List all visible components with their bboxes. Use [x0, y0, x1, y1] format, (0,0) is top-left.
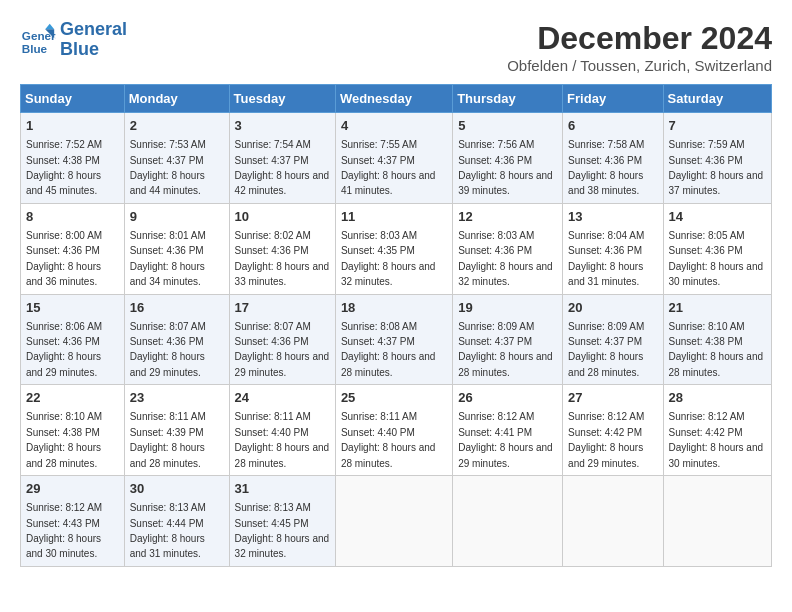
day-number: 27 [568, 389, 657, 407]
day-info: Sunrise: 8:11 AMSunset: 4:39 PMDaylight:… [130, 411, 206, 468]
day-number: 6 [568, 117, 657, 135]
calendar-cell: 18 Sunrise: 8:08 AMSunset: 4:37 PMDaylig… [335, 294, 452, 385]
day-number: 17 [235, 299, 330, 317]
day-number: 5 [458, 117, 557, 135]
calendar-cell: 28 Sunrise: 8:12 AMSunset: 4:42 PMDaylig… [663, 385, 771, 476]
day-info: Sunrise: 8:01 AMSunset: 4:36 PMDaylight:… [130, 230, 206, 287]
calendar-cell: 4 Sunrise: 7:55 AMSunset: 4:37 PMDayligh… [335, 113, 452, 204]
day-number: 26 [458, 389, 557, 407]
calendar-cell: 26 Sunrise: 8:12 AMSunset: 4:41 PMDaylig… [453, 385, 563, 476]
weekday-header-sunday: Sunday [21, 85, 125, 113]
day-info: Sunrise: 8:07 AMSunset: 4:36 PMDaylight:… [235, 321, 330, 378]
day-info: Sunrise: 8:12 AMSunset: 4:42 PMDaylight:… [669, 411, 764, 468]
calendar-week-row: 22 Sunrise: 8:10 AMSunset: 4:38 PMDaylig… [21, 385, 772, 476]
month-title: December 2024 [507, 20, 772, 57]
calendar-week-row: 29 Sunrise: 8:12 AMSunset: 4:43 PMDaylig… [21, 476, 772, 567]
weekday-header-wednesday: Wednesday [335, 85, 452, 113]
calendar-table: SundayMondayTuesdayWednesdayThursdayFrid… [20, 84, 772, 567]
day-number: 18 [341, 299, 447, 317]
calendar-cell: 9 Sunrise: 8:01 AMSunset: 4:36 PMDayligh… [124, 203, 229, 294]
day-info: Sunrise: 8:10 AMSunset: 4:38 PMDaylight:… [26, 411, 102, 468]
calendar-cell [663, 476, 771, 567]
calendar-cell: 5 Sunrise: 7:56 AMSunset: 4:36 PMDayligh… [453, 113, 563, 204]
calendar-cell: 22 Sunrise: 8:10 AMSunset: 4:38 PMDaylig… [21, 385, 125, 476]
calendar-cell: 1 Sunrise: 7:52 AMSunset: 4:38 PMDayligh… [21, 113, 125, 204]
day-info: Sunrise: 8:03 AMSunset: 4:35 PMDaylight:… [341, 230, 436, 287]
day-number: 4 [341, 117, 447, 135]
day-info: Sunrise: 8:11 AMSunset: 4:40 PMDaylight:… [341, 411, 436, 468]
day-number: 13 [568, 208, 657, 226]
logo-text-line1: General [60, 20, 127, 40]
calendar-cell: 7 Sunrise: 7:59 AMSunset: 4:36 PMDayligh… [663, 113, 771, 204]
calendar-cell: 20 Sunrise: 8:09 AMSunset: 4:37 PMDaylig… [563, 294, 663, 385]
day-number: 15 [26, 299, 119, 317]
calendar-cell: 17 Sunrise: 8:07 AMSunset: 4:36 PMDaylig… [229, 294, 335, 385]
day-number: 16 [130, 299, 224, 317]
day-number: 12 [458, 208, 557, 226]
day-info: Sunrise: 8:13 AMSunset: 4:44 PMDaylight:… [130, 502, 206, 559]
page-header: General Blue General Blue December 2024 … [20, 20, 772, 74]
weekday-header-thursday: Thursday [453, 85, 563, 113]
title-block: December 2024 Obfelden / Toussen, Zurich… [507, 20, 772, 74]
day-number: 11 [341, 208, 447, 226]
day-number: 30 [130, 480, 224, 498]
calendar-cell [563, 476, 663, 567]
day-number: 19 [458, 299, 557, 317]
calendar-week-row: 15 Sunrise: 8:06 AMSunset: 4:36 PMDaylig… [21, 294, 772, 385]
day-number: 9 [130, 208, 224, 226]
calendar-cell: 29 Sunrise: 8:12 AMSunset: 4:43 PMDaylig… [21, 476, 125, 567]
logo-icon: General Blue [20, 22, 56, 58]
day-info: Sunrise: 8:11 AMSunset: 4:40 PMDaylight:… [235, 411, 330, 468]
weekday-header-tuesday: Tuesday [229, 85, 335, 113]
day-info: Sunrise: 8:12 AMSunset: 4:42 PMDaylight:… [568, 411, 644, 468]
calendar-cell: 16 Sunrise: 8:07 AMSunset: 4:36 PMDaylig… [124, 294, 229, 385]
day-number: 31 [235, 480, 330, 498]
calendar-cell [453, 476, 563, 567]
calendar-cell: 10 Sunrise: 8:02 AMSunset: 4:36 PMDaylig… [229, 203, 335, 294]
calendar-cell: 23 Sunrise: 8:11 AMSunset: 4:39 PMDaylig… [124, 385, 229, 476]
day-number: 22 [26, 389, 119, 407]
day-info: Sunrise: 8:00 AMSunset: 4:36 PMDaylight:… [26, 230, 102, 287]
day-info: Sunrise: 7:52 AMSunset: 4:38 PMDaylight:… [26, 139, 102, 196]
day-info: Sunrise: 8:03 AMSunset: 4:36 PMDaylight:… [458, 230, 553, 287]
svg-text:Blue: Blue [22, 41, 48, 54]
day-number: 23 [130, 389, 224, 407]
logo-text-line2: Blue [60, 40, 127, 60]
day-info: Sunrise: 8:10 AMSunset: 4:38 PMDaylight:… [669, 321, 764, 378]
day-number: 20 [568, 299, 657, 317]
day-info: Sunrise: 8:12 AMSunset: 4:43 PMDaylight:… [26, 502, 102, 559]
day-info: Sunrise: 8:13 AMSunset: 4:45 PMDaylight:… [235, 502, 330, 559]
calendar-cell: 25 Sunrise: 8:11 AMSunset: 4:40 PMDaylig… [335, 385, 452, 476]
calendar-cell: 14 Sunrise: 8:05 AMSunset: 4:36 PMDaylig… [663, 203, 771, 294]
location-subtitle: Obfelden / Toussen, Zurich, Switzerland [507, 57, 772, 74]
calendar-cell: 6 Sunrise: 7:58 AMSunset: 4:36 PMDayligh… [563, 113, 663, 204]
calendar-cell: 24 Sunrise: 8:11 AMSunset: 4:40 PMDaylig… [229, 385, 335, 476]
calendar-cell: 30 Sunrise: 8:13 AMSunset: 4:44 PMDaylig… [124, 476, 229, 567]
svg-marker-2 [45, 24, 54, 29]
day-info: Sunrise: 8:02 AMSunset: 4:36 PMDaylight:… [235, 230, 330, 287]
day-number: 25 [341, 389, 447, 407]
logo: General Blue General Blue [20, 20, 127, 60]
calendar-cell: 27 Sunrise: 8:12 AMSunset: 4:42 PMDaylig… [563, 385, 663, 476]
calendar-cell: 15 Sunrise: 8:06 AMSunset: 4:36 PMDaylig… [21, 294, 125, 385]
day-number: 14 [669, 208, 766, 226]
calendar-cell: 12 Sunrise: 8:03 AMSunset: 4:36 PMDaylig… [453, 203, 563, 294]
calendar-cell: 21 Sunrise: 8:10 AMSunset: 4:38 PMDaylig… [663, 294, 771, 385]
day-info: Sunrise: 8:07 AMSunset: 4:36 PMDaylight:… [130, 321, 206, 378]
day-info: Sunrise: 8:04 AMSunset: 4:36 PMDaylight:… [568, 230, 644, 287]
day-info: Sunrise: 7:53 AMSunset: 4:37 PMDaylight:… [130, 139, 206, 196]
day-info: Sunrise: 8:09 AMSunset: 4:37 PMDaylight:… [458, 321, 553, 378]
calendar-cell: 11 Sunrise: 8:03 AMSunset: 4:35 PMDaylig… [335, 203, 452, 294]
calendar-cell: 2 Sunrise: 7:53 AMSunset: 4:37 PMDayligh… [124, 113, 229, 204]
weekday-header-monday: Monday [124, 85, 229, 113]
day-info: Sunrise: 8:12 AMSunset: 4:41 PMDaylight:… [458, 411, 553, 468]
day-info: Sunrise: 8:05 AMSunset: 4:36 PMDaylight:… [669, 230, 764, 287]
day-number: 2 [130, 117, 224, 135]
calendar-cell: 3 Sunrise: 7:54 AMSunset: 4:37 PMDayligh… [229, 113, 335, 204]
day-info: Sunrise: 8:06 AMSunset: 4:36 PMDaylight:… [26, 321, 102, 378]
day-info: Sunrise: 8:09 AMSunset: 4:37 PMDaylight:… [568, 321, 644, 378]
day-number: 21 [669, 299, 766, 317]
day-number: 8 [26, 208, 119, 226]
day-number: 10 [235, 208, 330, 226]
calendar-cell: 8 Sunrise: 8:00 AMSunset: 4:36 PMDayligh… [21, 203, 125, 294]
